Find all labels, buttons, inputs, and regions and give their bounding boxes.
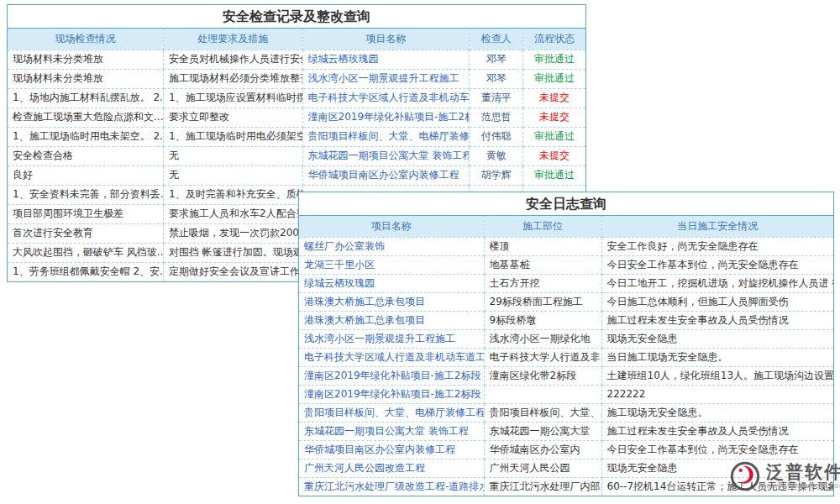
construction-part-cell: 9标段桥墩 — [484, 311, 601, 329]
table-row: 华侨城项目南区办公室内装修工程华侨城南区办公室内今日安全工作基本到位，尚无安全隐… — [299, 440, 833, 459]
column-header: 项目名称 — [299, 216, 484, 237]
project-link[interactable]: 电子科技大学区域人行道及非机动车道工程 — [308, 92, 470, 103]
project-link[interactable]: 重庆江北污水处理厂级改造工程-道路排水 — [304, 480, 484, 492]
daily-safety-cell: 222222 — [601, 385, 833, 403]
inspector-cell: 黄敏 — [470, 146, 523, 165]
measures-cell: 1、施工现场临时用电必须架空... — [164, 127, 302, 146]
construction-part-cell: 潼南区绿化带2标段 — [484, 366, 601, 385]
project-cell: 华侨城项目南区办公室内装修工程 — [299, 440, 484, 459]
inspector-cell: 邓琴 — [470, 50, 523, 69]
construction-part-cell: 楼顶 — [484, 237, 601, 255]
check-situation-cell: 1、场地内施工材料乱摆乱放。 2... — [8, 88, 164, 108]
check-situation-cell: 检查施工现场重大危险点源和文... — [8, 108, 164, 127]
project-link[interactable]: 龙湖三千里小区 — [304, 259, 375, 270]
project-link[interactable]: 华侨城项目南区办公室内装修工程 — [308, 169, 459, 181]
measures-cell: 施工现场材料必须分类堆放整齐... — [164, 69, 302, 88]
project-link[interactable]: 螺丝厂办公室装饰 — [304, 240, 385, 252]
fanpu-logo-icon — [729, 460, 761, 492]
measures-cell: 要求立即整改 — [164, 108, 302, 127]
project-link[interactable]: 广州天河人民公园改造工程 — [304, 462, 425, 474]
project-link[interactable]: 东城花园一期项目公寓大堂 装饰工程 — [304, 425, 469, 437]
check-situation-cell: 现场材料未分类堆放 — [8, 69, 164, 88]
project-cell: 螺丝厂办公室装饰 — [299, 237, 484, 255]
project-cell: 绿城云栖玫瑰园 — [299, 274, 484, 292]
column-header: 流程状态 — [523, 29, 585, 50]
construction-part-cell: 贵阳项目样板间、大堂、... — [484, 403, 601, 422]
project-cell: 港珠澳大桥施工总承包项目 — [299, 311, 484, 329]
project-link[interactable]: 东城花园一期项目公寓大堂 装饰工程 — [308, 150, 470, 161]
project-link[interactable]: 贵阳项目样板间、大堂、电梯厅装修工程 — [308, 130, 470, 142]
status-cell: 审批通过 — [523, 69, 585, 88]
column-header: 现场检查情况 — [8, 29, 164, 50]
project-link[interactable]: 浅水湾小区一期景观提升工程施工 — [304, 333, 455, 344]
daily-safety-cell: 今日施工总体顺利，但施工人员脚面受伤 — [601, 292, 833, 311]
project-cell: 广州天河人民公园改造工程 — [299, 459, 484, 477]
project-link[interactable]: 电子科技大学区域人行道及非机动车道工程 — [304, 351, 484, 363]
measures-cell: 要求施工人员和水车2人配合整... — [164, 204, 302, 223]
column-header: 施工部位 — [484, 216, 601, 237]
table-row: 现场材料未分类堆放施工现场材料必须分类堆放整齐...浅水湾小区一期景观提升工程施… — [8, 69, 585, 88]
check-situation-cell: 首次进行安全教育 — [8, 223, 164, 243]
construction-part-cell — [484, 385, 601, 403]
table-row: 港珠澳大桥施工总承包项目29标段桥面工程施工今日施工总体顺利，但施工人员脚面受伤 — [299, 292, 833, 311]
table-row: 潼南区2019年绿化补贴项目-施工2标段222222 — [299, 385, 833, 403]
project-cell: 龙湖三千里小区 — [299, 255, 484, 274]
inspector-cell: 付伟聪 — [470, 127, 523, 146]
project-link[interactable]: 贵阳项目样板间、大堂、电梯厅装修工程 — [304, 407, 484, 418]
project-link[interactable]: 港珠澳大桥施工总承包项目 — [304, 314, 425, 326]
status-cell: 审批通过 — [523, 50, 585, 69]
status-badge: 审批通过 — [534, 53, 575, 65]
status-badge: 未提交 — [539, 150, 570, 161]
project-link[interactable]: 潼南区2019年绿化补贴项目-施工2标段 — [308, 111, 470, 123]
table-row: 潼南区2019年绿化补贴项目-施工2标段潼南区绿化带2标段土建班组10人，绿化班… — [299, 366, 833, 385]
daily-safety-cell: 安全工作良好，尚无安全隐患存在 — [601, 237, 833, 255]
table-row: 良好无华侨城项目南区办公室内装修工程胡学辉审批通过 — [8, 165, 585, 185]
construction-part-cell: 华侨城南区办公室内 — [484, 440, 601, 459]
measures-cell: 定期做好安全会议及宣讲工作 — [164, 262, 302, 281]
measures-cell: 对围挡 帐篷进行加固。现场观... — [164, 243, 302, 262]
measures-cell: 安全员对机械操作人员进行安全... — [164, 50, 302, 69]
project-cell: 潼南区2019年绿化补贴项目-施工2标段 — [299, 366, 484, 385]
check-situation-cell: 大风吹起围挡，砸破铲车 风挡玻... — [8, 243, 164, 262]
construction-part-cell: 东城花园一期公寓大堂 — [484, 422, 601, 440]
construction-part-cell: 29标段桥面工程施工 — [484, 292, 601, 311]
status-cell: 未提交 — [523, 108, 585, 127]
measures-cell: 无 — [164, 165, 302, 185]
table-row: 贵阳项目样板间、大堂、电梯厅装修工程贵阳项目样板间、大堂、...施工现场无安全隐… — [299, 403, 833, 422]
table-row: 电子科技大学区域人行道及非机动车道工程电子科技大学人行道及非...当日施工现场无… — [299, 348, 833, 366]
daily-safety-cell: 今日工地开工，挖掘机进场，对旋挖机操作人员进 行安全技术... — [601, 274, 833, 292]
project-cell: 潼南区2019年绿化补贴项目-施工2标段 — [302, 108, 470, 127]
project-link[interactable]: 绿城云栖玫瑰园 — [304, 277, 375, 289]
daily-safety-cell: 当日施工现场无安全隐患。 — [601, 348, 833, 366]
daily-safety-cell: 施工现场无安全隐患。 — [601, 403, 833, 422]
construction-part-cell: 重庆江北污水处理厂内部... — [484, 477, 601, 496]
project-link[interactable]: 潼南区2019年绿化补贴项目-施工2标段 — [304, 370, 481, 381]
safety-check-header-row: 现场检查情况处理要求及措施项目名称检查人流程状态 — [8, 29, 585, 50]
construction-part-cell: 地基基桩 — [484, 255, 601, 274]
project-link[interactable]: 绿城云栖玫瑰园 — [308, 53, 379, 65]
project-cell: 浅水湾小区一期景观提升工程施工 — [299, 329, 484, 348]
construction-part-cell: 浅水湾小区一期绿化地 — [484, 329, 601, 348]
check-situation-cell: 现场材料未分类堆放 — [8, 50, 164, 69]
project-cell: 贵阳项目样板间、大堂、电梯厅装修工程 — [302, 127, 470, 146]
project-link[interactable]: 潼南区2019年绿化补贴项目-施工2标段 — [304, 388, 481, 400]
project-cell: 港珠澳大桥施工总承包项目 — [299, 292, 484, 311]
project-cell: 浅水湾小区一期景观提升工程施工 — [302, 69, 470, 88]
project-link[interactable]: 浅水湾小区一期景观提升工程施工 — [308, 72, 459, 84]
column-header: 检查人 — [470, 29, 523, 50]
project-link[interactable]: 华侨城项目南区办公室内装修工程 — [304, 444, 455, 455]
check-situation-cell: 良好 — [8, 165, 164, 185]
project-cell: 华侨城项目南区办公室内装修工程 — [302, 165, 470, 185]
project-cell: 电子科技大学区域人行道及非机动车道工程 — [302, 88, 470, 108]
table-row: 绿城云栖玫瑰园土石方开挖今日工地开工，挖掘机进场，对旋挖机操作人员进 行安全技术… — [299, 274, 833, 292]
brand-url: www.fanpusoft.com — [766, 482, 840, 490]
project-link[interactable]: 港珠澳大桥施工总承包项目 — [304, 296, 425, 307]
status-cell: 未提交 — [523, 146, 585, 165]
column-header: 当日施工安全情况 — [601, 216, 833, 237]
safety-log-table: 项目名称施工部位当日施工安全情况 螺丝厂办公室装饰楼顶安全工作良好，尚无安全隐患… — [299, 216, 833, 496]
table-row: 安全检查合格无东城花园一期项目公寓大堂 装饰工程黄敏未提交 — [8, 146, 585, 165]
status-cell: 审批通过 — [523, 127, 585, 146]
watermark-text: 泛普软件 www.fanpusoft.com — [766, 463, 840, 490]
check-situation-cell: 1、安全资料未完善，部分资料丢... — [8, 185, 164, 204]
brand-name: 泛普软件 — [766, 463, 840, 482]
